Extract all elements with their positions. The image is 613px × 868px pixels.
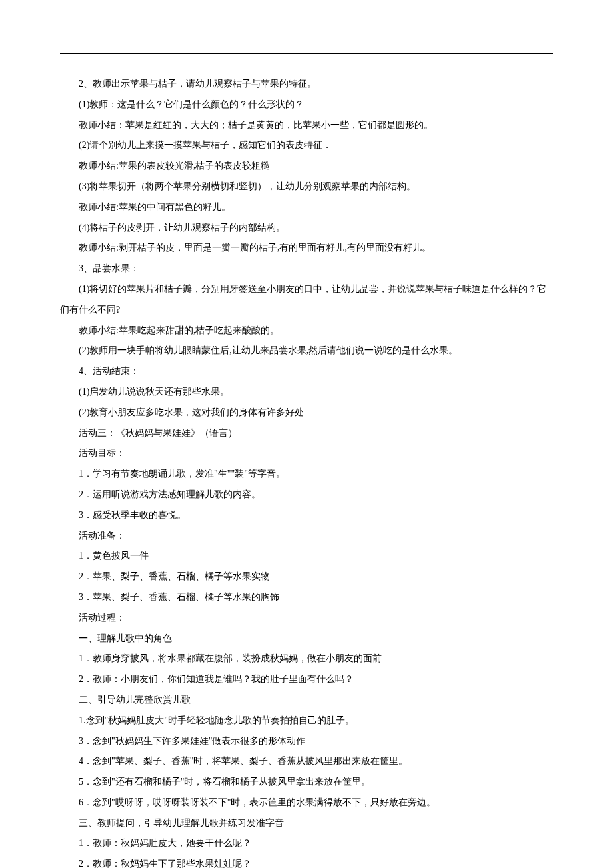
body-text: 2、教师出示苹果与桔子，请幼儿观察桔子与苹果的特征。 (1)教师：这是什么？它们… [60, 74, 553, 868]
text-line: 活动目标： [60, 443, 553, 464]
text-line: 教师小结:剥开桔子的皮，里面是一瓣一瓣的桔子,有的里面有籽儿,有的里面没有籽儿。 [60, 238, 553, 259]
text-line: (2)请个别幼儿上来摸一摸苹果与桔子，感知它们的表皮特征． [60, 135, 553, 156]
text-line: 活动过程： [60, 608, 553, 629]
text-line: 1.念到"秋妈妈肚皮大"时手轻轻地随念儿歌的节奏拍拍自己的肚子。 [60, 711, 553, 731]
text-line: 2．运用听说游戏方法感知理解儿歌的内容。 [60, 485, 553, 505]
text-line: 活动三：《秋妈妈与果娃娃》（语言） [60, 423, 553, 444]
text-line: 1．教师：秋妈妈肚皮大，她要干什么呢？ [60, 833, 553, 854]
text-line: 教师小结:苹果的表皮较光滑,桔子的表皮较粗糙 [60, 156, 553, 177]
text-line: 5．念到"还有石榴和橘子"时，将石榴和橘子从披风里拿出来放在筐里。 [60, 772, 553, 793]
text-line: (1)教师：这是什么？它们是什么颜色的？什么形状的？ [60, 95, 553, 115]
text-line: 3．感受秋季丰收的喜悦。 [60, 505, 553, 526]
text-line: (2)教育小朋友应多吃水果，这对我们的身体有许多好处 [60, 403, 553, 423]
text-line: 3．念到"秋妈妈生下许多果娃娃"做表示很多的形体动作 [60, 731, 553, 752]
text-line: (1)将切好的苹果片和桔子瓣，分别用牙签送至小朋友的口中，让幼儿品尝，并说说苹果… [60, 279, 553, 300]
text-line: 二、引导幼儿完整欣赏儿歌 [60, 690, 553, 711]
text-line: 6．念到"哎呀呀，哎呀呀装呀装不下"时，表示筐里的水果满得放不下，只好放在旁边。 [60, 793, 553, 813]
text-line: 1．教师身穿披风，将水果都藏在腹部，装扮成秋妈妈，做在小朋友的面前 [60, 649, 553, 669]
top-rule [60, 53, 553, 54]
text-line: 2．教师：小朋友们，你们知道我是谁吗？我的肚子里面有什么吗？ [60, 669, 553, 690]
text-line: (2)教师用一块手帕将幼儿眼睛蒙住后,让幼儿来品尝水果,然后请他们说一说吃的是什… [60, 341, 553, 361]
text-line: 教师小结:苹果的中间有黑色的籽儿。 [60, 197, 553, 218]
text-line: 教师小结：苹果是红红的，大大的；桔子是黄黄的，比苹果小一些，它们都是圆形的。 [60, 115, 553, 136]
text-line: 4、活动结束： [60, 361, 553, 382]
text-line: 教师小结:苹果吃起来甜甜的,桔子吃起来酸酸的。 [60, 321, 553, 341]
text-line: (3)将苹果切开（将两个苹果分别横切和竖切），让幼儿分别观察苹果的内部结构。 [60, 177, 553, 197]
text-line: 三、教师提问，引导幼儿理解儿歌并练习发准字音 [60, 813, 553, 834]
text-line: 1．学习有节奏地朗诵儿歌，发准"生""装"等字音。 [60, 464, 553, 485]
document-page: 2、教师出示苹果与桔子，请幼儿观察桔子与苹果的特征。 (1)教师：这是什么？它们… [0, 0, 613, 868]
text-line: (1)启发幼儿说说秋天还有那些水果。 [60, 382, 553, 403]
text-line: (4)将桔子的皮剥开，让幼儿观察桔子的内部结构。 [60, 218, 553, 239]
text-line-overflow: 们有什么不同? [60, 300, 553, 321]
text-line: 1．黄色披风一件 [60, 546, 553, 567]
text-line: 3、品尝水果： [60, 259, 553, 279]
text-line: 活动准备： [60, 526, 553, 547]
text-line: 一、理解儿歌中的角色 [60, 629, 553, 649]
text-line: 2、教师出示苹果与桔子，请幼儿观察桔子与苹果的特征。 [60, 74, 553, 95]
text-line: 2．教师：秋妈妈生下了那些水果娃娃呢？ [60, 854, 553, 868]
text-line: 4．念到"苹果、梨子、香蕉"时，将苹果、梨子、香蕉从披风里那出来放在筐里。 [60, 751, 553, 772]
text-line: 2．苹果、梨子、香蕉、石榴、橘子等水果实物 [60, 567, 553, 587]
text-line: 3．苹果、梨子、香蕉、石榴、橘子等水果的胸饰 [60, 587, 553, 608]
